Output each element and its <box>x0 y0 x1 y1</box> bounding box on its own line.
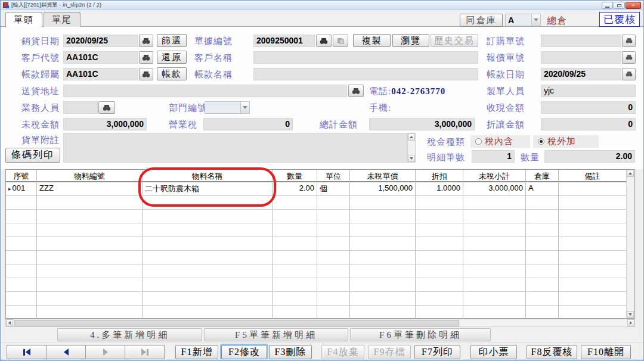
toolbar-button-f10離開[interactable]: F10離開 <box>581 345 631 359</box>
table-cell[interactable] <box>416 306 463 319</box>
table-cell[interactable] <box>463 278 526 292</box>
table-cell[interactable] <box>526 237 559 251</box>
table-cell[interactable] <box>416 223 463 237</box>
table-horizontal-scrollbar[interactable] <box>5 319 635 327</box>
scroll-down-icon[interactable] <box>408 155 415 162</box>
sales-date-field[interactable]: 2020/09/25 <box>63 35 138 47</box>
column-header[interactable]: 倉庫 <box>526 170 559 182</box>
account-name-field[interactable] <box>253 68 478 80</box>
table-cell[interactable] <box>37 210 143 223</box>
table-cell[interactable] <box>526 292 559 306</box>
table-cell[interactable] <box>463 306 526 319</box>
table-row[interactable] <box>6 306 627 319</box>
table-cell[interactable] <box>350 237 416 251</box>
column-header[interactable]: 數量 <box>273 170 317 182</box>
table-cell[interactable] <box>6 251 37 264</box>
tab-footer[interactable]: 單尾 <box>44 12 80 27</box>
table-cell[interactable] <box>6 306 37 319</box>
binoculars-icon[interactable] <box>139 35 153 47</box>
column-header[interactable]: 單位 <box>317 170 350 182</box>
table-cell[interactable] <box>317 237 350 251</box>
table-cell[interactable] <box>559 182 627 196</box>
binoculars-icon[interactable] <box>316 35 332 47</box>
paste-icon[interactable] <box>333 35 348 47</box>
scroll-left-icon[interactable] <box>6 319 13 326</box>
table-cell[interactable]: 1.0000 <box>416 182 463 196</box>
table-cell[interactable] <box>273 264 317 278</box>
scroll-up-icon[interactable] <box>627 170 634 177</box>
untaxed-amount-field[interactable]: 3,000,000 <box>63 118 147 130</box>
table-cell[interactable] <box>350 306 416 319</box>
table-cell[interactable] <box>416 196 463 210</box>
table-row[interactable] <box>6 237 627 251</box>
table-cell[interactable] <box>559 223 627 237</box>
table-cell[interactable] <box>416 237 463 251</box>
account-owner-field[interactable]: AA101C <box>63 68 138 80</box>
chevron-down-icon[interactable] <box>531 14 540 26</box>
table-cell[interactable]: 2.00 <box>273 182 317 196</box>
binoculars-icon[interactable] <box>348 85 364 97</box>
table-cell[interactable] <box>416 278 463 292</box>
table-cell[interactable] <box>559 196 627 210</box>
table-cell[interactable] <box>416 210 463 223</box>
table-cell[interactable] <box>273 306 317 319</box>
table-cell[interactable] <box>317 251 350 264</box>
table-cell[interactable] <box>317 223 350 237</box>
table-cell[interactable] <box>350 251 416 264</box>
column-header[interactable]: 物料編號 <box>37 170 143 182</box>
restore-button[interactable]: 還原 <box>157 51 187 64</box>
table-cell[interactable] <box>6 196 37 210</box>
table-cell[interactable] <box>317 196 350 210</box>
table-cell[interactable] <box>463 210 526 223</box>
toolbar-button-印小票[interactable]: 印小票 <box>470 345 517 359</box>
scroll-up-icon[interactable] <box>408 133 415 141</box>
table-cell[interactable] <box>463 223 526 237</box>
table-cell[interactable] <box>526 306 559 319</box>
table-cell[interactable] <box>273 196 317 210</box>
table-cell[interactable] <box>416 264 463 278</box>
table-cell[interactable] <box>273 223 317 237</box>
minimize-button[interactable] <box>602 2 613 9</box>
table-row[interactable]: ▸001ZZZ二十呎防震木箱2.00個1,500,0001.00003,000,… <box>6 182 627 196</box>
allowance-field[interactable]: 0 <box>541 118 636 130</box>
maker-field[interactable]: yjc <box>541 85 636 97</box>
table-cell[interactable] <box>463 237 526 251</box>
table-cell[interactable] <box>559 306 627 319</box>
column-header[interactable]: 折扣 <box>416 170 463 182</box>
chevron-down-icon[interactable] <box>240 102 249 113</box>
table-row[interactable] <box>6 251 627 264</box>
table-cell[interactable] <box>143 264 273 278</box>
toolbar-button-f8反覆核[interactable]: F8反覆核 <box>527 345 577 359</box>
table-cell[interactable] <box>463 264 526 278</box>
toolbar-button-f3刪除[interactable]: F3刪除 <box>269 345 312 359</box>
table-cell[interactable] <box>273 237 317 251</box>
warehouse-select[interactable]: A <box>505 14 541 26</box>
table-cell[interactable] <box>143 292 273 306</box>
table-cell[interactable] <box>350 264 416 278</box>
cash-received-field[interactable]: 0 <box>541 101 636 114</box>
close-button[interactable]: × <box>626 2 641 9</box>
copy-button[interactable]: 複製 <box>353 34 391 47</box>
table-cell[interactable] <box>37 223 143 237</box>
column-header[interactable]: 物料名稱 <box>143 170 273 182</box>
single-add-detail-button[interactable]: F5單筆新增明細 <box>204 328 348 341</box>
prev-record-button[interactable] <box>46 345 86 359</box>
table-cell[interactable] <box>143 237 273 251</box>
table-cell[interactable] <box>6 223 37 237</box>
total-amount-field[interactable]: 3,000,000 <box>369 118 475 130</box>
table-cell[interactable] <box>559 210 627 223</box>
department-select[interactable] <box>205 101 250 114</box>
scroll-down-icon[interactable] <box>627 311 634 318</box>
table-cell[interactable] <box>143 306 273 319</box>
table-cell[interactable] <box>463 292 526 306</box>
table-cell[interactable]: 3,000,000 <box>463 182 526 196</box>
table-cell[interactable]: A <box>526 182 559 196</box>
table-cell[interactable] <box>37 278 143 292</box>
note-field[interactable] <box>63 133 407 163</box>
table-cell[interactable] <box>37 237 143 251</box>
table-cell[interactable] <box>143 210 273 223</box>
table-cell[interactable] <box>143 278 273 292</box>
barcode-print-button[interactable]: 條碼列印 <box>5 148 60 163</box>
binoculars-icon[interactable] <box>139 51 153 64</box>
table-cell[interactable] <box>350 210 416 223</box>
